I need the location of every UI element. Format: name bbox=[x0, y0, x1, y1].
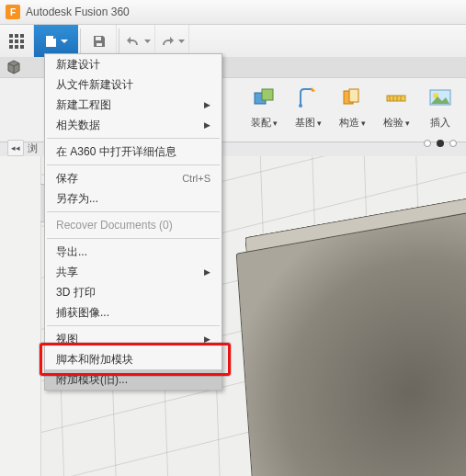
svg-rect-6 bbox=[9, 45, 13, 49]
menu-item-label: 捕获图像... bbox=[56, 305, 109, 321]
svg-point-13 bbox=[299, 104, 302, 108]
menu-item-label: 相关数据 bbox=[56, 118, 100, 133]
svg-rect-0 bbox=[9, 34, 13, 38]
status-indicators bbox=[424, 140, 457, 147]
status-dot bbox=[424, 140, 431, 147]
menu-item[interactable]: 共享▶ bbox=[45, 262, 222, 282]
insert-icon bbox=[427, 85, 453, 111]
tool-label: 检验 bbox=[383, 116, 403, 130]
workspace-button[interactable] bbox=[4, 57, 24, 77]
browser-back-button[interactable]: ◂◂ bbox=[7, 140, 24, 156]
construct-icon bbox=[339, 85, 365, 111]
browser-label: 浏 bbox=[28, 142, 38, 155]
menu-separator bbox=[47, 211, 220, 212]
menu-item[interactable]: 视图▶ bbox=[45, 329, 222, 349]
menu-item-label: 另存为... bbox=[56, 191, 98, 207]
menu-item-label: 视图 bbox=[56, 332, 78, 347]
menu-item[interactable]: 脚本和附加模块 bbox=[45, 349, 222, 369]
browser-nav: ◂◂ 浏 bbox=[7, 140, 38, 156]
menu-item[interactable]: 导出... bbox=[45, 242, 222, 262]
menu-item-label: 附加模块(旧)... bbox=[56, 372, 128, 388]
inspect-icon bbox=[383, 85, 409, 111]
menu-item[interactable]: 新建设计 bbox=[45, 54, 222, 74]
menu-item[interactable]: 捕获图像... bbox=[45, 302, 222, 323]
chevron-down-icon bbox=[144, 39, 151, 45]
menu-item[interactable]: 在 A360 中打开详细信息 bbox=[45, 142, 222, 162]
chevron-down-icon bbox=[178, 39, 185, 45]
tool-insert[interactable]: 插入 bbox=[418, 83, 462, 130]
svg-rect-1 bbox=[15, 34, 18, 38]
chevron-down-icon bbox=[61, 38, 68, 45]
redo-icon bbox=[160, 35, 176, 48]
menu-item-label: 新建设计 bbox=[56, 57, 100, 73]
status-dot bbox=[437, 140, 444, 147]
chevron-right-icon: ▶ bbox=[204, 267, 210, 277]
tool-label: 基图 bbox=[295, 116, 315, 130]
browser-panel[interactable] bbox=[0, 156, 41, 476]
chevron-down-icon: ▾ bbox=[317, 119, 322, 128]
status-dot bbox=[449, 140, 457, 147]
menu-item: Recover Documents (0) bbox=[45, 215, 222, 235]
file-icon bbox=[44, 34, 59, 49]
menu-item[interactable]: 保存Ctrl+S bbox=[45, 168, 222, 188]
tool-label: 构造 bbox=[339, 116, 359, 130]
menu-separator bbox=[47, 238, 220, 239]
chevron-down-icon: ▾ bbox=[361, 119, 366, 128]
tool-label: 插入 bbox=[430, 116, 450, 130]
tool-inspect[interactable]: 检验▾ bbox=[374, 83, 418, 130]
menu-item-label: 脚本和附加模块 bbox=[56, 352, 133, 368]
menu-item[interactable]: 新建工程图▶ bbox=[45, 95, 222, 115]
svg-rect-4 bbox=[15, 40, 18, 43]
svg-rect-15 bbox=[349, 89, 358, 102]
title-bar: F Autodesk Fusion 360 bbox=[0, 0, 466, 25]
menu-item-label: Recover Documents (0) bbox=[56, 219, 173, 232]
tool-sketch[interactable]: 基图▾ bbox=[286, 83, 330, 130]
menu-item[interactable]: 从文件新建设计 bbox=[45, 74, 222, 95]
tool-construct[interactable]: 构造▾ bbox=[330, 83, 374, 130]
cube-icon bbox=[6, 60, 21, 74]
file-dropdown-menu: 新建设计从文件新建设计新建工程图▶相关数据▶在 A360 中打开详细信息保存Ct… bbox=[44, 53, 222, 391]
chevron-down-icon: ▾ bbox=[273, 119, 278, 128]
menu-shortcut: Ctrl+S bbox=[182, 173, 210, 184]
menu-item-label: 在 A360 中打开详细信息 bbox=[56, 144, 176, 160]
menu-item-label: 共享 bbox=[56, 265, 78, 280]
menu-item[interactable]: 另存为... bbox=[45, 188, 222, 209]
chevron-right-icon: ▶ bbox=[204, 334, 210, 344]
svg-rect-2 bbox=[20, 34, 24, 38]
svg-rect-12 bbox=[262, 89, 273, 100]
tool-label: 装配 bbox=[251, 116, 271, 130]
menu-item-label: 从文件新建设计 bbox=[56, 77, 133, 93]
chevron-down-icon: ▾ bbox=[405, 119, 410, 128]
menu-item-label: 3D 打印 bbox=[56, 285, 96, 300]
app-window: F Autodesk Fusion 360 bbox=[0, 0, 466, 476]
svg-rect-8 bbox=[20, 45, 24, 49]
svg-rect-9 bbox=[96, 37, 101, 40]
menu-separator bbox=[47, 164, 220, 165]
menu-item[interactable]: 3D 打印 bbox=[45, 282, 222, 302]
chevron-right-icon: ▶ bbox=[204, 100, 210, 109]
chevron-right-icon: ▶ bbox=[204, 120, 210, 130]
menu-item-label: 保存 bbox=[56, 171, 78, 187]
svg-rect-7 bbox=[15, 45, 18, 49]
menu-item-label: 新建工程图 bbox=[56, 97, 111, 113]
menu-item[interactable]: 相关数据▶ bbox=[45, 115, 222, 135]
sketch-icon bbox=[295, 85, 321, 111]
app-title: Autodesk Fusion 360 bbox=[26, 6, 130, 18]
tool-assembly[interactable]: 装配▾ bbox=[242, 83, 286, 130]
app-icon: F bbox=[6, 5, 20, 19]
ribbon-tools: 装配▾ 基图▾ 构造▾ 检验▾ 插入 bbox=[242, 83, 462, 130]
grid-view-button[interactable] bbox=[0, 25, 34, 58]
svg-rect-5 bbox=[20, 40, 24, 43]
grid-icon bbox=[9, 34, 24, 49]
menu-item-label: 导出... bbox=[56, 244, 87, 260]
svg-rect-3 bbox=[9, 40, 13, 43]
menu-separator bbox=[47, 138, 220, 139]
undo-icon bbox=[126, 35, 142, 48]
save-icon bbox=[92, 34, 107, 49]
menu-item[interactable]: 附加模块(旧)... bbox=[45, 369, 222, 390]
assembly-icon bbox=[251, 85, 277, 111]
svg-rect-10 bbox=[97, 43, 102, 46]
menu-separator bbox=[47, 325, 220, 326]
